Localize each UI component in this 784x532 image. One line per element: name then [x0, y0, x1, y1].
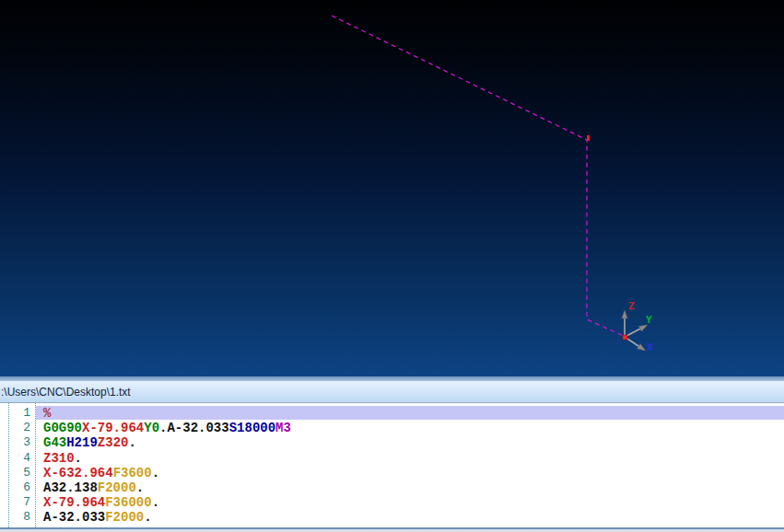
- code-token: A32.138: [43, 480, 98, 495]
- code-token: .: [75, 451, 82, 466]
- code-line[interactable]: 2G0G90X-79.964Y0.A-32.033S18000M3: [0, 421, 784, 435]
- code-token: S18000: [229, 421, 275, 435]
- code-token: .: [144, 510, 151, 525]
- line-number: 3: [0, 435, 30, 450]
- code-token: .: [128, 435, 135, 450]
- code-token: %: [43, 406, 51, 421]
- code-token: F3600: [113, 466, 152, 480]
- code-lines: 1%2G0G90X-79.964Y0.A-32.033S18000M33G43H…: [0, 406, 784, 527]
- code-line[interactable]: 5X-632.964F3600.: [0, 466, 784, 480]
- code-token: .: [152, 466, 159, 480]
- selected-line-highlight: [36, 406, 784, 420]
- code-token: F2000: [98, 480, 136, 495]
- line-number: 5: [0, 466, 30, 480]
- code-line[interactable]: 6A32.138F2000.: [0, 480, 784, 495]
- gutter-border-right: [35, 403, 36, 527]
- code-token: G0G90: [43, 421, 82, 435]
- code-token: X-79.964: [43, 495, 105, 510]
- code-line[interactable]: 4Z310.: [0, 451, 784, 466]
- toolpath-line: [332, 16, 624, 336]
- code-token: H219: [66, 435, 98, 450]
- code-token: X-79.964: [82, 421, 144, 435]
- line-number: 8: [0, 510, 30, 525]
- gcode-editor[interactable]: 1%2G0G90X-79.964Y0.A-32.033S18000M33G43H…: [0, 403, 784, 527]
- code-token: F2000: [105, 510, 144, 525]
- rapid-point-marker: [587, 135, 590, 141]
- line-number: 6: [0, 480, 30, 495]
- z-axis-label: Z: [628, 300, 635, 312]
- code-token: A-32.033: [43, 510, 105, 525]
- file-path-bar: :\Users\CNC\Desktop\1.txt: [0, 381, 784, 403]
- gutter-border-left: [8, 403, 9, 527]
- code-line[interactable]: 8A-32.033F2000.: [0, 510, 784, 525]
- x-axis-label: X: [647, 341, 653, 353]
- code-token: .: [152, 495, 159, 510]
- code-text: G43H219Z320.: [43, 435, 136, 450]
- z-axis-arrowhead: [622, 310, 627, 318]
- code-text: X-79.964F36000.: [43, 495, 159, 510]
- y-axis-label: Y: [646, 314, 652, 326]
- code-token: A-32.033: [167, 421, 228, 435]
- file-path-text: :\Users\CNC\Desktop\1.txt: [0, 386, 131, 399]
- code-line[interactable]: 7X-79.964F36000.: [0, 495, 784, 510]
- line-number: 7: [0, 495, 30, 510]
- code-line[interactable]: 3G43H219Z320.: [0, 435, 784, 450]
- code-text: G0G90X-79.964Y0.A-32.033S18000M3: [43, 421, 291, 435]
- code-token: F36000: [105, 495, 151, 510]
- bottom-panel-edge: [0, 527, 784, 532]
- code-text: A32.138F2000.: [43, 480, 144, 495]
- y-axis-arrowhead: [638, 325, 648, 331]
- toolpath-canvas: ZYX: [0, 0, 784, 376]
- line-number: 4: [0, 451, 30, 466]
- code-text: X-632.964F3600.: [43, 466, 159, 480]
- x-axis-arrowhead: [637, 344, 645, 352]
- code-token: G43: [43, 435, 66, 450]
- code-token: Z320: [98, 435, 129, 450]
- axis-origin-marker: [623, 335, 627, 340]
- line-number: 2: [0, 421, 30, 435]
- code-token: M3: [275, 421, 291, 435]
- code-text: %: [43, 406, 51, 421]
- toolpath-viewport[interactable]: ZYX: [0, 0, 784, 376]
- code-text: Z310.: [43, 451, 82, 466]
- code-token: .: [136, 480, 144, 495]
- code-line[interactable]: 1%: [0, 406, 784, 421]
- code-token: Z310: [43, 451, 75, 466]
- code-token: Y0: [144, 421, 159, 435]
- code-token: X-632.964: [43, 466, 113, 480]
- line-number: 1: [0, 406, 30, 421]
- code-text: A-32.033F2000.: [43, 510, 152, 525]
